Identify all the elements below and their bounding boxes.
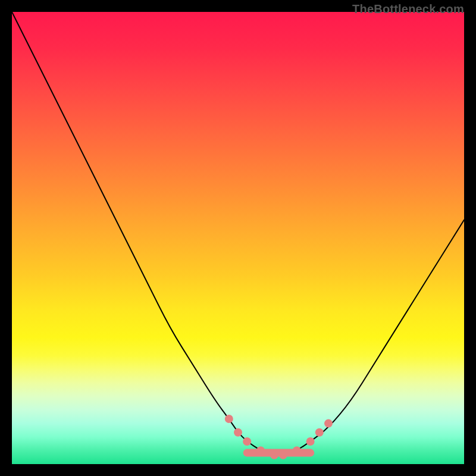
curve-marker — [279, 451, 287, 459]
curve-marker — [315, 428, 324, 437]
attribution-label: TheBottleneck.com — [352, 2, 464, 16]
chart-frame — [12, 12, 464, 464]
curve-marker — [234, 428, 242, 437]
curve-marker — [324, 419, 333, 428]
curve-marker — [306, 437, 315, 446]
bottleneck-curve — [12, 12, 464, 455]
curve-marker — [293, 446, 301, 455]
curve-marker — [270, 451, 278, 459]
curve-marker — [256, 446, 265, 455]
curve-marker — [243, 437, 251, 446]
bottleneck-chart — [12, 12, 464, 464]
curve-marker — [225, 415, 233, 423]
